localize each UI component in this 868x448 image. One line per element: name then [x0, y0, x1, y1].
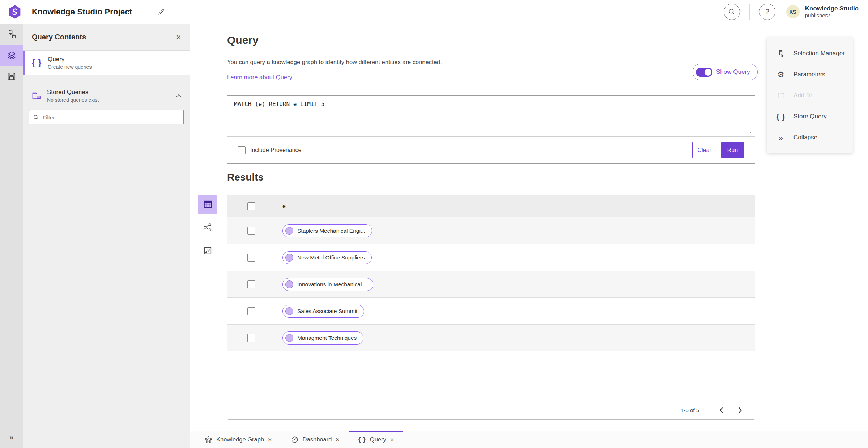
- entity-dot-icon: [285, 227, 293, 235]
- user-avatar[interactable]: KS: [786, 5, 800, 18]
- rail-expand-button[interactable]: »: [0, 428, 23, 446]
- user-info[interactable]: Knowledge Studio publisher2: [805, 5, 859, 18]
- header-divider: [714, 4, 714, 20]
- select-all-checkbox[interactable]: [247, 202, 255, 210]
- add-to-icon: [776, 92, 786, 100]
- rail-item-save[interactable]: [0, 66, 23, 87]
- header-checkbox-cell: [227, 195, 275, 217]
- double-chevron-right-icon: »: [776, 133, 786, 142]
- panel-item-label: Stored Queries: [47, 89, 176, 96]
- learn-more-link[interactable]: Learn more about Query: [227, 74, 292, 81]
- user-role: publisher2: [805, 12, 859, 18]
- collapse-panel-button[interactable]: » Collapse: [767, 127, 853, 148]
- gear-icon: ⚙: [776, 70, 786, 79]
- chevron-up-icon[interactable]: [176, 94, 182, 98]
- panel-item-text: Stored Queries No stored queries exist: [47, 89, 176, 103]
- run-button[interactable]: Run: [721, 142, 744, 158]
- query-textarea[interactable]: MATCH (e) RETURN e LIMIT 5: [227, 96, 755, 136]
- selection-manager-button[interactable]: Selection Manager: [767, 43, 853, 64]
- help-icon: ?: [765, 8, 769, 16]
- close-icon: ×: [336, 436, 340, 443]
- tab-close-button[interactable]: ×: [390, 436, 394, 443]
- row-value-cell: Sales Associate Summit: [275, 298, 755, 324]
- row-checkbox[interactable]: [247, 254, 255, 262]
- help-button[interactable]: ?: [759, 4, 775, 20]
- page-title: Query: [227, 34, 259, 46]
- save-icon: [7, 72, 16, 81]
- selection-manager-icon: [776, 50, 786, 58]
- entity-chip[interactable]: Managment Techniques: [282, 331, 363, 345]
- tool-label: Add To: [793, 92, 813, 99]
- tool-label: Parameters: [793, 71, 825, 78]
- panel-item-text: Query Create new queries: [48, 56, 92, 70]
- project-title: Knowledge Studio Project: [32, 7, 132, 17]
- braces-icon: { }: [358, 436, 366, 443]
- row-checkbox[interactable]: [247, 227, 255, 235]
- entity-label: Managment Techniques: [297, 335, 357, 341]
- entity-dot-icon: [285, 280, 293, 288]
- header-divider: [749, 4, 750, 20]
- editor-footer: Include Provenance Clear Run: [227, 136, 755, 163]
- layers-icon: [7, 51, 17, 60]
- graph-view-button[interactable]: [198, 218, 217, 237]
- share-network-icon: [203, 223, 212, 232]
- pencil-icon: [157, 8, 165, 16]
- tab-query[interactable]: { } Query ×: [349, 431, 403, 448]
- tab-label: Query: [370, 436, 386, 443]
- tab-dashboard[interactable]: Dashboard ×: [281, 431, 349, 448]
- search-icon: [728, 8, 736, 16]
- close-icon: ×: [176, 33, 181, 42]
- panel-close-button[interactable]: ×: [176, 33, 181, 41]
- bottom-tab-bar: Knowledge Graph × Dashboard × { } Query …: [190, 431, 868, 448]
- entity-chip[interactable]: New Metal Office Suppliers: [282, 251, 372, 264]
- filter-input[interactable]: [43, 114, 180, 121]
- entity-chip[interactable]: Innovations in Mechanical...: [282, 278, 373, 291]
- show-query-toggle[interactable]: Show Query: [693, 64, 758, 80]
- results-table: e Staplers Mechanical Engi... New Metal …: [227, 195, 755, 420]
- tab-close-button[interactable]: ×: [336, 436, 340, 443]
- rail-item-data-model[interactable]: [0, 24, 23, 45]
- row-checkbox[interactable]: [247, 334, 255, 342]
- entity-dot-icon: [285, 307, 293, 315]
- entity-chip[interactable]: Sales Associate Summit: [282, 305, 364, 318]
- panel-item-query[interactable]: { } Query Create new queries: [23, 51, 190, 75]
- row-checkbox[interactable]: [247, 307, 255, 315]
- app-header: Knowledge Studio Project ? KS Knowledge …: [0, 0, 868, 24]
- parameters-button[interactable]: ⚙ Parameters: [767, 64, 853, 85]
- search-button[interactable]: [724, 4, 740, 20]
- tab-label: Knowledge Graph: [216, 436, 264, 443]
- stored-queries-section: Stored Queries No stored queries exist: [23, 83, 190, 135]
- tab-knowledge-graph[interactable]: Knowledge Graph ×: [195, 431, 281, 448]
- row-checkbox-cell: [227, 325, 275, 351]
- panel-item-label: Query: [48, 56, 92, 63]
- panel-item-stored-queries[interactable]: Stored Queries No stored queries exist: [23, 89, 190, 103]
- edit-title-button[interactable]: [156, 7, 167, 17]
- table-pagination: 1-5 of 5: [227, 401, 755, 419]
- row-checkbox-cell: [227, 217, 275, 244]
- row-checkbox[interactable]: [247, 280, 255, 288]
- include-provenance-checkbox[interactable]: [238, 146, 246, 154]
- pagination-prev-button[interactable]: [715, 404, 727, 417]
- clear-button[interactable]: Clear: [692, 142, 716, 158]
- chevron-right-icon: [738, 407, 742, 413]
- app-logo-icon: [8, 5, 22, 19]
- tab-close-button[interactable]: ×: [268, 436, 272, 443]
- query-contents-panel: Query Contents × { } Query Create new qu…: [23, 24, 190, 448]
- table-row: Managment Techniques: [227, 325, 755, 351]
- data-model-icon: [7, 30, 17, 39]
- pagination-next-button[interactable]: [734, 404, 746, 417]
- panel-title: Query Contents: [32, 33, 176, 41]
- entity-dot-icon: [285, 334, 293, 342]
- toggle-on-icon[interactable]: [696, 68, 712, 77]
- table-view-button[interactable]: [198, 195, 217, 214]
- tool-label: Selection Manager: [793, 50, 845, 57]
- link-chart-view-button[interactable]: [198, 241, 217, 260]
- entity-chip[interactable]: Staplers Mechanical Engi...: [282, 224, 372, 237]
- results-view-toolbar: [198, 195, 217, 260]
- resize-grip[interactable]: [749, 132, 754, 136]
- dashboard-gauge-icon: [291, 436, 299, 444]
- app-root: Knowledge Studio Project ? KS Knowledge …: [0, 0, 868, 448]
- rail-item-layers[interactable]: [0, 45, 23, 66]
- entity-label: Staplers Mechanical Engi...: [297, 228, 365, 234]
- store-query-button[interactable]: { } Store Query: [767, 106, 853, 127]
